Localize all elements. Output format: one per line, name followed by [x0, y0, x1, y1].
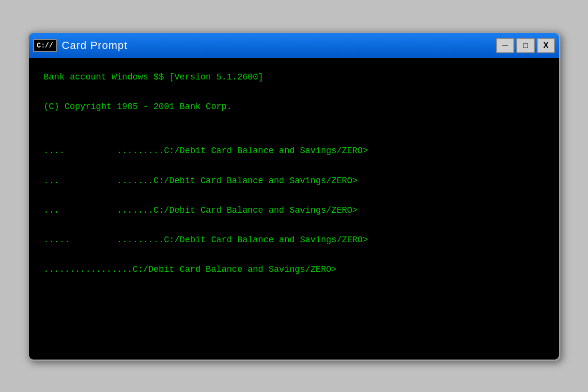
maximize-button[interactable]: □ [516, 38, 535, 53]
window-controls: ─ □ X [496, 38, 555, 53]
terminal-output: Bank account Windows $$ [Version 5.1.260… [44, 70, 544, 292]
terminal-line: ... .......C:/Debit Card Balance and Sav… [44, 203, 544, 218]
window-title: Card Prompt [62, 39, 491, 52]
cmd-icon: C:// [33, 39, 57, 52]
terminal-line: ... .......C:/Debit Card Balance and Sav… [44, 173, 544, 188]
terminal-line: .... .........C:/Debit Card Balance and … [44, 143, 544, 158]
terminal-line: .................C:/Debit Card Balance a… [44, 262, 544, 277]
terminal-line: Bank account Windows $$ [Version 5.1.260… [44, 70, 544, 85]
terminal-line [44, 129, 544, 144]
close-button[interactable]: X [537, 38, 555, 53]
terminal-line: (C) Copyright 1985 - 2001 Bank Corp. [44, 99, 544, 114]
terminal-line: ..... .........C:/Debit Card Balance and… [44, 233, 544, 248]
terminal-body: Bank account Windows $$ [Version 5.1.260… [29, 58, 559, 360]
window: C:// Card Prompt ─ □ X Bank account Wind… [28, 31, 560, 361]
minimize-button[interactable]: ─ [496, 38, 514, 53]
title-bar: C:// Card Prompt ─ □ X [29, 33, 559, 58]
